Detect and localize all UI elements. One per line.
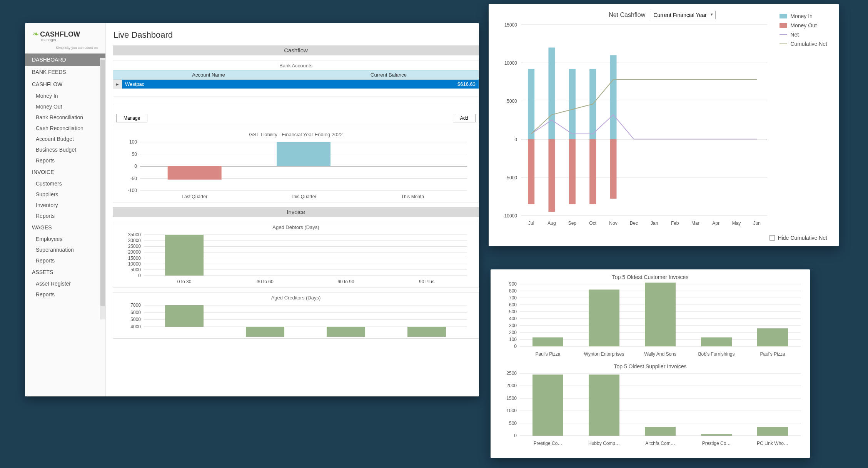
page-title: Live Dashboard (113, 30, 479, 40)
sidebar-scrollbar-thumb[interactable] (100, 60, 105, 306)
section-cashflow: Cashflow (113, 45, 479, 55)
svg-text:0 to 30: 0 to 30 (177, 279, 192, 284)
svg-text:50: 50 (132, 152, 137, 157)
svg-text:This Quarter: This Quarter (291, 194, 317, 199)
svg-text:60 to 90: 60 to 90 (337, 279, 354, 284)
nav-item[interactable]: Superannuation (25, 244, 105, 255)
period-select[interactable]: Current Financial Year (650, 11, 716, 19)
svg-rect-32 (165, 235, 204, 276)
legend-net: Net (790, 32, 799, 38)
svg-rect-11 (168, 166, 222, 180)
svg-text:4000: 4000 (130, 324, 141, 329)
svg-text:700: 700 (509, 295, 517, 301)
svg-rect-61 (528, 69, 534, 139)
bank-accounts-panel: Bank Accounts Account Name Current Balan… (113, 60, 479, 125)
svg-text:Sep: Sep (568, 221, 577, 226)
bank-header-row: Account Name Current Balance (113, 70, 479, 80)
bank-row-selected[interactable]: ▸ Westpac $616.63 (113, 80, 479, 89)
nav-section[interactable]: DASHBOARD (25, 53, 105, 66)
svg-text:600: 600 (509, 302, 517, 308)
svg-rect-47 (327, 327, 365, 337)
nav-section[interactable]: INVOICE (25, 166, 105, 178)
manage-button[interactable]: Manage (116, 114, 147, 122)
nav-item[interactable]: Money Out (25, 101, 105, 112)
nav-section[interactable]: CASHFLOW (25, 78, 105, 90)
svg-text:This Month: This Month (401, 194, 424, 199)
svg-text:Aug: Aug (548, 221, 556, 226)
nav-item[interactable]: Employees (25, 234, 105, 244)
svg-text:5000: 5000 (130, 317, 141, 322)
aged-creditors-panel: Aged Creditors (Days) 4000500060007000 (113, 292, 479, 339)
nav-item[interactable]: Reports (25, 255, 105, 266)
svg-text:Paul's Pizza: Paul's Pizza (760, 351, 785, 357)
svg-rect-130 (645, 427, 676, 436)
svg-text:2500: 2500 (506, 371, 517, 376)
svg-text:Feb: Feb (671, 221, 679, 226)
nav-item[interactable]: Account Budget (25, 134, 105, 144)
svg-text:Wynton Enterprises: Wynton Enterprises (584, 351, 624, 357)
brand-sub: manager (41, 38, 98, 42)
svg-rect-65 (548, 139, 555, 212)
top-invoices-panel: Top 5 Oldest Customer Invoices 010020030… (491, 269, 810, 458)
svg-rect-13 (277, 142, 331, 166)
nav-section[interactable]: ASSETS (25, 266, 105, 278)
nav-item[interactable]: Suppliers (25, 189, 105, 200)
legend-money-in: Money In (790, 13, 813, 19)
svg-rect-106 (589, 289, 619, 346)
svg-text:100: 100 (509, 337, 517, 342)
cashflow-legend: Money In Money Out Net Cumulative Net (780, 13, 827, 50)
svg-text:Jul: Jul (528, 221, 534, 226)
svg-text:1000: 1000 (506, 408, 517, 413)
bank-panel-title: Bank Accounts (113, 60, 479, 70)
svg-rect-73 (610, 55, 616, 139)
hide-cumulative-checkbox[interactable]: Hide Cumulative Net (770, 235, 827, 241)
svg-rect-110 (701, 338, 732, 346)
svg-text:Prestige Co…: Prestige Co… (534, 441, 563, 446)
aged-debtors-title: Aged Debtors (Days) (113, 222, 479, 232)
svg-text:200: 200 (509, 330, 517, 335)
checkbox-icon (770, 235, 775, 241)
legend-money-out: Money Out (790, 22, 816, 28)
nav-item[interactable]: Business Budget (25, 144, 105, 155)
svg-rect-48 (407, 327, 446, 337)
svg-text:7000: 7000 (130, 303, 141, 308)
bank-col-name: Account Name (119, 70, 299, 79)
svg-text:900: 900 (509, 281, 517, 287)
svg-rect-104 (532, 338, 563, 346)
svg-text:15000: 15000 (504, 22, 517, 28)
svg-text:1500: 1500 (506, 396, 517, 401)
svg-text:0: 0 (134, 164, 137, 169)
svg-rect-68 (569, 139, 576, 204)
nav-item[interactable]: Money In (25, 90, 105, 101)
add-button[interactable]: Add (453, 114, 476, 122)
nav-item[interactable]: Reports (25, 155, 105, 166)
nav-item[interactable]: Cash Reconciliation (25, 123, 105, 134)
svg-text:Jun: Jun (753, 221, 761, 226)
bank-account-name: Westpac (122, 80, 336, 89)
net-cashflow-title: Net Cashflow (609, 12, 645, 18)
svg-text:Paul's Pizza: Paul's Pizza (536, 351, 561, 357)
aged-debtors-panel: Aged Debtors (Days) 05000100001500020000… (113, 222, 479, 287)
nav-item[interactable]: Bank Reconciliation (25, 112, 105, 123)
svg-rect-108 (645, 282, 676, 346)
svg-text:100: 100 (129, 139, 137, 145)
svg-text:-5000: -5000 (505, 175, 517, 181)
top-customer-chart: 0100200300400500600700800900Paul's Pizza… (497, 281, 805, 358)
svg-text:0: 0 (514, 433, 517, 438)
nav-item[interactable]: Asset Register (25, 278, 105, 289)
svg-text:400: 400 (509, 316, 517, 321)
leaf-icon: ❧ (33, 30, 39, 38)
nav-section[interactable]: WAGES (25, 221, 105, 234)
aged-creditors-title: Aged Creditors (Days) (113, 292, 479, 302)
svg-text:-50: -50 (130, 176, 137, 181)
nav-item[interactable]: Reports (25, 289, 105, 300)
nav-item[interactable]: Reports (25, 211, 105, 221)
nav-item[interactable]: Inventory (25, 200, 105, 211)
svg-rect-67 (569, 69, 576, 139)
svg-rect-134 (757, 427, 788, 436)
nav-section[interactable]: BANK FEEDS (25, 66, 105, 78)
svg-text:0: 0 (514, 344, 517, 349)
main-content: Live Dashboard Cashflow Bank Accounts Ac… (106, 23, 479, 396)
gst-chart-panel: GST Liability - Financial Year Ending 20… (113, 129, 479, 202)
nav-item[interactable]: Customers (25, 178, 105, 189)
